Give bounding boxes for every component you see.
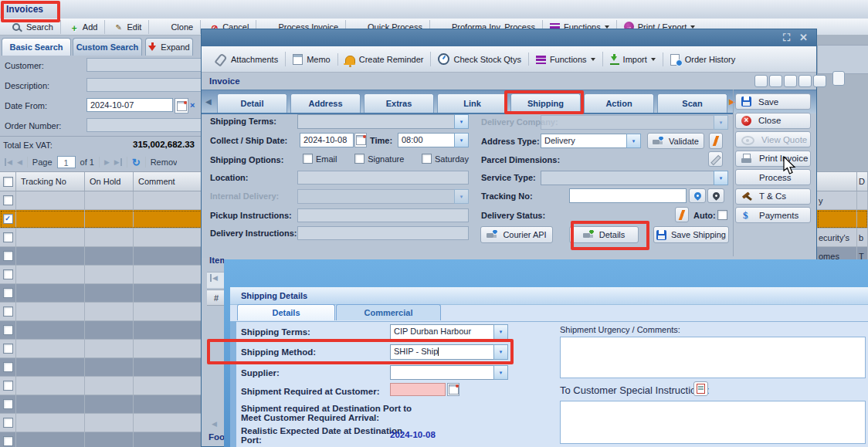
location-input[interactable] — [297, 171, 469, 185]
table-row[interactable] — [0, 266, 207, 284]
tracking-no-input[interactable] — [569, 188, 687, 203]
refresh-mini-icon[interactable] — [798, 75, 812, 87]
delivery-status-lightning-button[interactable] — [675, 207, 689, 222]
tracking-pin-dark-button[interactable] — [707, 188, 724, 203]
row-checkbox[interactable] — [3, 399, 13, 409]
table-row[interactable] — [0, 229, 207, 247]
customer-input[interactable] — [86, 58, 203, 72]
invoice-tab[interactable]: Link — [437, 93, 507, 113]
row-checkbox[interactable] — [3, 381, 13, 391]
close-button[interactable]: Close — [735, 113, 811, 129]
invoice-tab[interactable]: Address — [290, 93, 361, 113]
pickup-instructions-input[interactable] — [297, 208, 469, 222]
edit-button[interactable]: Edit — [104, 20, 148, 34]
delivery-instructions-input[interactable] — [297, 226, 469, 240]
collect-date-calendar-button[interactable] — [354, 133, 367, 147]
sd-special-instructions-textarea[interactable] — [560, 401, 866, 444]
refresh-icon[interactable]: ↻ — [132, 157, 141, 168]
col-on-hold[interactable]: On Hold — [85, 172, 134, 191]
row-checkbox[interactable] — [3, 362, 13, 372]
table-row[interactable] — [0, 303, 207, 321]
sd-copy-instructions-button[interactable] — [693, 381, 708, 396]
memo-button[interactable]: Memo — [285, 52, 337, 66]
option-checkbox[interactable] — [422, 154, 432, 164]
chevron-down-icon[interactable] — [454, 114, 469, 129]
table-row[interactable] — [0, 321, 207, 340]
chevron-down-icon[interactable] — [493, 324, 508, 340]
table-row[interactable] — [0, 414, 207, 432]
page-input[interactable]: 1 — [57, 156, 76, 168]
functions-menu[interactable]: Functions — [528, 52, 602, 66]
next-page-icon[interactable]: ▶ — [104, 158, 110, 166]
invoice-tab[interactable]: Shipping — [510, 93, 581, 113]
tab-scroll-left-icon[interactable]: ◀ — [205, 97, 212, 106]
chevron-down-icon[interactable] — [493, 344, 508, 360]
chevron-down-icon[interactable] — [454, 133, 469, 147]
sd-supplier-select[interactable] — [390, 365, 508, 380]
scroll-left-icon[interactable]: ◀ — [212, 420, 217, 428]
table-row[interactable] — [0, 340, 207, 358]
order-history-button[interactable]: Order History — [663, 52, 742, 66]
import-menu[interactable]: Import — [602, 52, 663, 66]
col-tracking-no[interactable]: Tracking No — [16, 172, 85, 191]
expand-button[interactable]: Expand — [145, 38, 193, 56]
table-row[interactable] — [0, 210, 207, 229]
row-checkbox[interactable] — [3, 232, 13, 242]
process-button[interactable]: Process — [735, 169, 811, 185]
collect-ship-date-input[interactable]: 2024-10-08 — [300, 133, 354, 147]
row-checkbox[interactable] — [3, 344, 13, 354]
print-mini-icon[interactable] — [769, 75, 782, 87]
row-checkbox[interactable] — [3, 251, 13, 261]
chevron-down-icon[interactable] — [493, 365, 508, 380]
attachments-button[interactable]: Attachments — [208, 52, 285, 67]
chevron-down-icon[interactable] — [626, 134, 641, 148]
create-reminder-button[interactable]: Create Reminder — [337, 53, 431, 66]
help-icon[interactable] — [813, 75, 826, 87]
search-button[interactable]: Search — [5, 20, 60, 34]
first-page-icon[interactable]: ◀ — [5, 158, 12, 166]
invoice-dialog-titlebar[interactable] — [202, 29, 816, 46]
address-lightning-button[interactable] — [709, 133, 723, 149]
order-number-input[interactable] — [86, 118, 203, 132]
address-type-select[interactable]: Delivery — [541, 134, 641, 148]
tab-scroll-right-icon[interactable]: ▶ — [729, 97, 735, 106]
select-all-checkbox[interactable] — [3, 177, 13, 187]
splitter-strip[interactable] — [230, 321, 236, 447]
service-type-select[interactable] — [541, 171, 728, 185]
row-checkbox[interactable] — [3, 214, 13, 224]
tab-custom-search[interactable]: Custom Search — [73, 38, 142, 56]
remove-filter-label[interactable]: Remove — [151, 157, 177, 167]
prev-page-icon[interactable]: ◀ — [17, 158, 22, 166]
save-shipping-button[interactable]: Save Shipping — [653, 226, 729, 243]
print-invoice-button[interactable]: Print Invoice — [735, 151, 811, 167]
minimize-icon[interactable] — [754, 75, 768, 87]
save-button[interactable]: Save — [735, 93, 811, 110]
courier-api-button[interactable]: Courier API — [480, 226, 553, 243]
table-row[interactable] — [0, 395, 207, 414]
add-button[interactable]: Add — [60, 20, 105, 34]
invoice-tab[interactable]: Extras — [364, 93, 434, 113]
option-checkbox[interactable] — [354, 154, 364, 164]
tab-details[interactable]: Details — [237, 304, 335, 320]
tab-commercial[interactable]: Commercial — [336, 304, 441, 320]
table-row[interactable] — [0, 191, 207, 210]
shipping-terms-select[interactable] — [297, 114, 469, 129]
invoice-tab[interactable]: Action — [584, 93, 654, 113]
sd-required-date-calendar-button[interactable] — [447, 383, 459, 396]
row-checkbox[interactable] — [3, 325, 13, 335]
row-checkbox[interactable] — [3, 195, 13, 205]
sd-urgency-textarea[interactable] — [560, 337, 866, 378]
last-page-icon[interactable]: ▶ — [114, 158, 122, 166]
table-row[interactable] — [0, 377, 207, 395]
table-row[interactable] — [0, 358, 207, 377]
close-icon[interactable]: ✕ — [799, 32, 808, 43]
chevron-down-icon[interactable] — [714, 171, 728, 185]
first-page-icon[interactable]: ◀ — [210, 274, 218, 282]
tab-basic-search[interactable]: Basic Search — [2, 38, 71, 56]
check-stock-qtys-button[interactable]: Check Stock Qtys — [430, 52, 527, 66]
sd-shipping-terms-select[interactable]: CIP Durban Harbour — [390, 324, 508, 340]
maximize-icon[interactable]: ⛶ — [783, 32, 790, 43]
table-row[interactable] — [0, 284, 207, 303]
row-checkbox[interactable] — [3, 288, 13, 298]
date-from-calendar-button[interactable] — [175, 98, 188, 113]
